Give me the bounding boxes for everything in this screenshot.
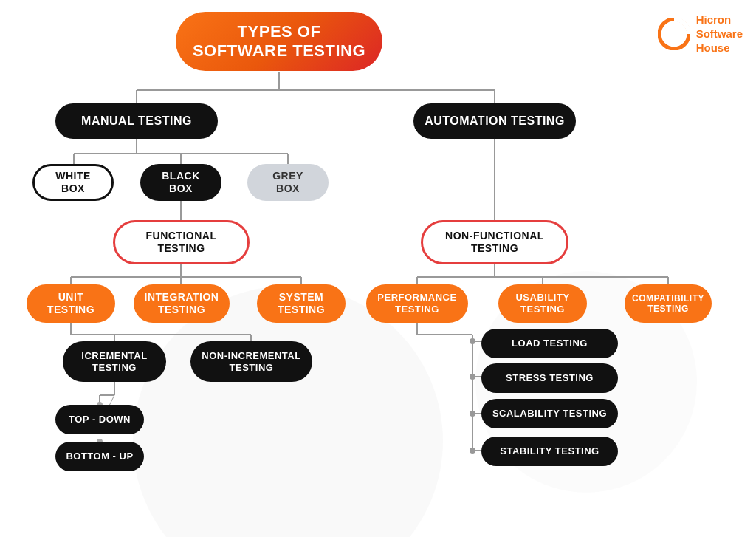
blackbox-node: BLACK BOX [140,164,221,201]
logo: Hicron Software House [658,13,743,55]
system-testing-node: SYSTEM TESTING [257,284,346,323]
performance-testing-node: PERFORMANCE TESTING [366,284,468,323]
automation-testing-node: AUTOMATION TESTING [413,103,576,139]
root-node: TYPES OF SOFTWARE TESTING [176,12,382,71]
svg-point-43 [470,411,475,417]
load-testing-node: LOAD TESTING [481,329,618,358]
stress-testing-node: STRESS TESTING [481,363,618,393]
scalability-testing-node: SCALABILITY TESTING [481,399,618,428]
icremental-testing-node: ICREMENTAL TESTING [63,341,166,382]
svg-point-52 [669,29,679,39]
compatibility-testing-node: COMPATIBILITY TESTING [625,284,712,323]
svg-point-44 [470,448,475,454]
main-canvas: TYPES OF SOFTWARE TESTING MANUAL TESTING… [0,0,756,537]
nonincremental-testing-node: NON-INCREMENTAL TESTING [190,341,312,382]
logo-text: Hicron Software House [696,13,743,55]
logo-icon [658,18,690,50]
usability-testing-node: USABILITY TESTING [498,284,587,323]
svg-point-41 [470,338,475,344]
bottomup-node: BOTTOM - UP [55,442,144,471]
svg-point-42 [470,374,475,380]
functional-testing-node: FUNCTIONAL TESTING [113,220,250,264]
manual-testing-node: MANUAL TESTING [55,103,218,139]
topdown-node: TOP - DOWN [55,405,144,434]
whitebox-node: WHITE BOX [32,164,114,201]
nonfunctional-testing-node: NON-FUNCTIONAL TESTING [421,220,568,264]
integration-testing-node: INTEGRATION TESTING [134,284,230,323]
stability-testing-node: STABILITY TESTING [481,437,618,466]
bg-decoration-1 [133,286,443,537]
greybox-node: GREY BOX [247,164,329,201]
unit-testing-node: UNIT TESTING [27,284,115,323]
